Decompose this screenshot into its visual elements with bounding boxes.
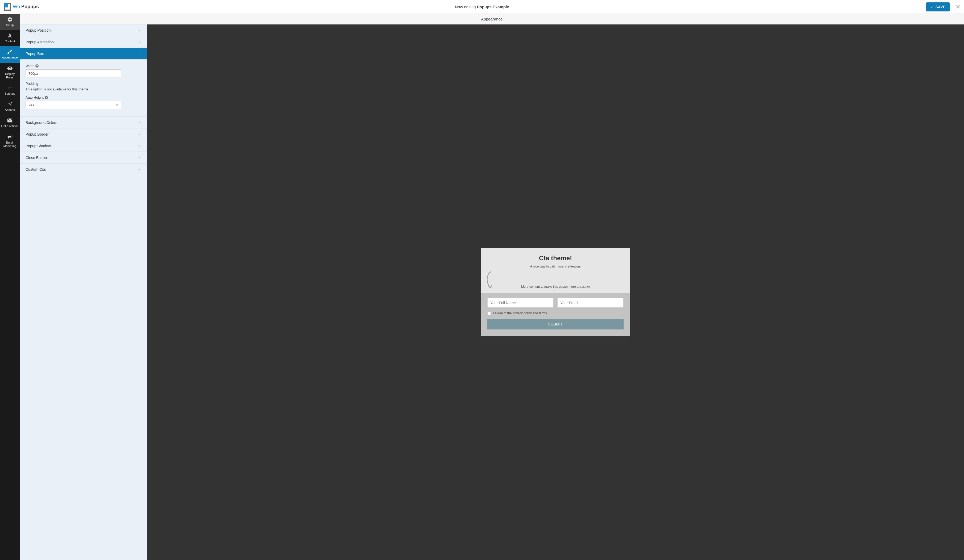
logo-mark (4, 3, 11, 11)
logo-popups: Popups (21, 4, 39, 9)
logo-wp: Wp (13, 4, 20, 9)
email-input[interactable] (557, 298, 624, 308)
popup-preview: ✕ Cta theme! A nice way to catch user's … (481, 248, 630, 336)
popup-title: Cta theme! (489, 255, 622, 262)
chevron-right-icon (138, 41, 141, 43)
editing-prefix: Now editing (455, 5, 477, 9)
nav-label: Optin options (1, 125, 19, 128)
submit-label: SUBMIT (548, 322, 563, 326)
submit-button[interactable]: SUBMIT (487, 319, 624, 330)
nav-label: Setup (6, 23, 14, 27)
nav-label: Appearance (2, 56, 18, 59)
nav-appearance[interactable]: Appearance (0, 46, 20, 62)
nav-addons[interactable]: Addons (0, 99, 20, 115)
section-custom-css[interactable]: Custom Css (20, 164, 147, 175)
nav-settings[interactable]: Settings (0, 83, 20, 99)
agree-label: I agree to the privacy policy and terms (493, 312, 547, 315)
section-popup-animation[interactable]: Popup Animation (20, 36, 147, 48)
logo-text: Wp Popups (13, 4, 39, 10)
preview-area: ✕ Cta theme! A nice way to catch user's … (147, 24, 964, 560)
eye-icon (7, 65, 13, 71)
autoheight-value: Yes (28, 103, 34, 107)
logo: Wp Popups (4, 3, 39, 11)
section-label: Close Button (26, 156, 47, 160)
section-label: Background/Colors (26, 120, 57, 125)
nav-email-marketing[interactable]: Email Marketing (0, 131, 20, 151)
padding-note: This option is not available for this th… (26, 87, 141, 91)
wand-icon (7, 101, 13, 107)
section-label: Popup Animation (26, 40, 54, 44)
chevron-right-icon (138, 156, 141, 159)
envelope-icon (7, 117, 13, 123)
chevron-right-icon (138, 29, 141, 32)
section-background-colors[interactable]: Background/Colors (20, 117, 147, 128)
autoheight-select[interactable]: Yes ▼ (26, 101, 121, 109)
nav-label: Settings (5, 92, 15, 96)
section-popup-border[interactable]: Popup Border (20, 128, 147, 140)
nav-content[interactable]: Content (0, 30, 20, 46)
section-close-button[interactable]: Close Button (20, 152, 147, 164)
help-icon[interactable]: ? (45, 96, 48, 99)
panel-title: Appearance (20, 14, 964, 24)
nav-setup[interactable]: Setup (0, 14, 20, 30)
width-label: Width (26, 64, 34, 68)
width-input[interactable] (26, 70, 121, 77)
save-button[interactable]: SAVE (926, 2, 949, 11)
popup-subtitle: A nice way to catch user's attention. (489, 265, 622, 268)
top-bar: Wp Popups Now editing Popups Example SAV… (0, 0, 964, 14)
chevron-down-icon (138, 52, 141, 55)
name-input[interactable] (487, 298, 554, 308)
brush-icon (7, 49, 13, 55)
save-label: SAVE (936, 5, 945, 9)
megaphone-icon (7, 134, 13, 140)
section-popup-box[interactable]: Popup Box (20, 48, 147, 60)
autoheight-label: Auto Height (26, 96, 44, 99)
editing-name: Popups Example (477, 5, 509, 9)
editing-title: Now editing Popups Example (455, 5, 509, 9)
section-label: Popup Shadow (26, 144, 51, 148)
chevron-right-icon (138, 133, 141, 136)
nav-label: Email Marketing (1, 141, 19, 148)
curved-arrow-icon (485, 271, 495, 292)
chevron-right-icon (138, 168, 141, 171)
padding-label: Padding (26, 82, 38, 86)
options-panel: Popup Position Popup Animation Popup Box (20, 24, 147, 560)
caret-down-icon: ▼ (116, 104, 119, 107)
section-popup-position[interactable]: Popup Position (20, 24, 147, 36)
nav-label: Content (5, 40, 15, 43)
section-label: Popup Position (26, 28, 50, 32)
sliders-icon (7, 85, 13, 91)
nav-label: Display Rules (1, 72, 19, 79)
section-popup-box-body: Width ? Padding This option is not avail… (20, 60, 147, 117)
section-label: Popup Border (26, 132, 49, 136)
nav-optin[interactable]: Optin options (0, 115, 20, 131)
gear-icon (7, 16, 13, 22)
section-popup-shadow[interactable]: Popup Shadow (20, 140, 147, 152)
section-label: Popup Box (26, 52, 44, 56)
close-editor-button[interactable]: ✕ (956, 3, 960, 10)
popup-more-text: More content to make this popup more att… (521, 285, 589, 289)
help-icon[interactable]: ? (36, 64, 39, 68)
check-icon (930, 5, 934, 8)
nav-display-rules[interactable]: Display Rules (0, 63, 20, 83)
chevron-right-icon (138, 121, 141, 124)
section-label: Custom Css (26, 167, 46, 172)
agree-checkbox[interactable] (487, 312, 491, 315)
chevron-right-icon (138, 144, 141, 147)
font-icon (7, 33, 13, 39)
nav-label: Addons (5, 108, 15, 112)
side-nav: Setup Content Appearance Display Rules S… (0, 14, 20, 560)
